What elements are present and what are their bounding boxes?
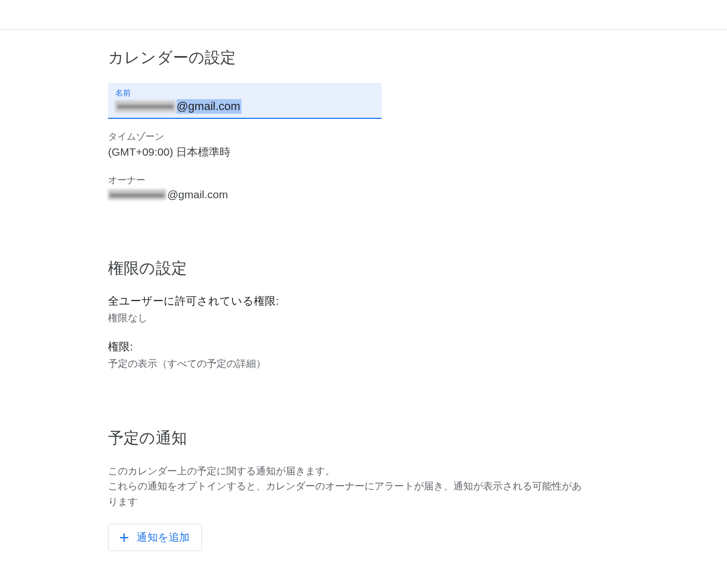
calendar-name-label: 名前 (115, 88, 374, 98)
timezone-label: タイムゾーン (108, 130, 706, 143)
redacted-owner-prefix (108, 189, 166, 200)
add-notification-button[interactable]: 通知を追加 (108, 524, 202, 551)
owner-email-suffix: @gmail.com (167, 188, 228, 201)
section-permission-settings: 権限の設定 全ユーザーに許可されている権限: 権限なし 権限: 予定の表示（すべ… (108, 258, 706, 371)
add-notification-label: 通知を追加 (137, 530, 190, 544)
all-users-label: 全ユーザーに許可されている権限: (108, 294, 706, 308)
permission-settings-title: 権限の設定 (108, 258, 706, 279)
section-calendar-settings: カレンダーの設定 名前 @gmail.com タイムゾーン (GMT+09:00… (108, 47, 706, 201)
permission-label: 権限: (108, 339, 706, 354)
notifications-description: このカレンダー上の予定に関する通知が届きます。これらの通知をオプトインすると、カ… (108, 463, 586, 509)
notifications-title: 予定の通知 (108, 428, 706, 449)
calendar-name-suffix: @gmail.com (177, 99, 241, 114)
calendar-name-input[interactable]: 名前 @gmail.com (108, 83, 382, 119)
redacted-email-prefix (115, 101, 176, 112)
plus-icon (118, 531, 130, 544)
timezone-value: (GMT+09:00) 日本標準時 (108, 145, 706, 159)
calendar-name-value: @gmail.com (115, 99, 374, 114)
settings-content: カレンダーの設定 名前 @gmail.com タイムゾーン (GMT+09:00… (0, 30, 727, 551)
calendar-settings-title: カレンダーの設定 (108, 47, 706, 69)
section-notifications: 予定の通知 このカレンダー上の予定に関する通知が届きます。これらの通知をオプトイ… (108, 428, 706, 551)
permission-value: 予定の表示（すべての予定の詳細） (108, 357, 706, 371)
all-users-permission: 全ユーザーに許可されている権限: 権限なし (108, 294, 706, 325)
owner-value: @gmail.com (108, 188, 706, 201)
all-users-value: 権限なし (108, 311, 706, 325)
permission-block: 権限: 予定の表示（すべての予定の詳細） (108, 339, 706, 371)
timezone-field: タイムゾーン (GMT+09:00) 日本標準時 (108, 130, 706, 159)
owner-label: オーナー (108, 174, 706, 186)
owner-field: オーナー @gmail.com (108, 174, 706, 201)
